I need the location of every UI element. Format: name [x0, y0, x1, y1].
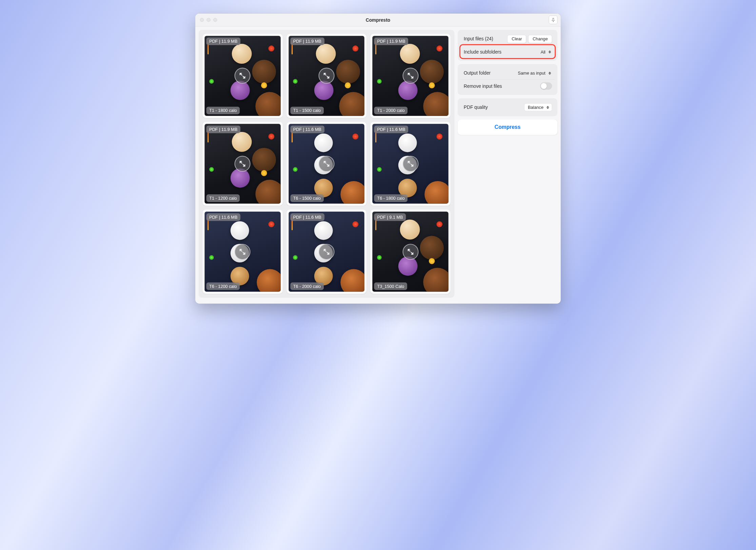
expand-icon [239, 160, 246, 168]
file-tile[interactable]: PDF | 11.6 MB T6 - 2000 calo [286, 210, 366, 294]
file-type-size-badge: PDF | 9.1 MB [374, 213, 406, 221]
stepper-icon [545, 105, 550, 110]
clear-button[interactable]: Clear [508, 35, 526, 43]
file-type-size-badge: PDF | 11.6 MB [206, 213, 240, 221]
content: PDF | 11.9 MB T1 - 1800 calo PDF | 11.9 … [195, 26, 561, 303]
compress-button[interactable]: Compress [458, 120, 557, 135]
remove-input-row: Remove input files [460, 79, 555, 92]
pdf-quality-label: PDF quality [464, 105, 488, 110]
expand-icon [323, 248, 330, 256]
titlebar: Compresto [195, 14, 561, 26]
output-panel: Output folder Same as input Remove input… [458, 64, 557, 95]
expand-button[interactable] [402, 244, 418, 260]
file-type-size-badge: PDF | 11.6 MB [290, 213, 324, 221]
stepper-icon [548, 71, 552, 76]
file-type-size-badge: PDF | 11.9 MB [206, 125, 240, 133]
file-name-badge: T1 - 1200 calo [206, 195, 240, 202]
remove-input-toggle[interactable] [540, 82, 552, 90]
output-folder-select[interactable]: Same as input [515, 70, 552, 77]
file-tile[interactable]: PDF | 11.9 MB T1 - 1800 calo [203, 34, 283, 118]
change-button[interactable]: Change [528, 35, 552, 43]
remove-input-label: Remove input files [464, 83, 502, 89]
file-tile[interactable]: PDF | 11.9 MB T1 - 1200 calo [203, 122, 283, 206]
output-folder-row: Output folder Same as input [460, 67, 555, 79]
sidebar: Input files (24) Clear Change Include su… [458, 30, 557, 298]
pdf-quality-value: Balance [528, 105, 543, 110]
file-tile[interactable]: PDF | 11.6 MB T6 - 1800 calo [371, 122, 451, 206]
input-files-row: Input files (24) Clear Change [460, 33, 555, 45]
expand-button[interactable] [402, 68, 418, 84]
pdf-quality-row: PDF quality Balance [460, 101, 555, 114]
file-name-badge: T6 - 2000 calo [290, 282, 324, 290]
expand-icon [407, 248, 414, 256]
include-subfolders-label: Include subfolders [464, 49, 501, 55]
file-name-badge: T6 - 1200 calo [206, 282, 240, 290]
expand-icon [239, 72, 246, 80]
expand-button[interactable] [402, 156, 418, 172]
file-gallery: PDF | 11.9 MB T1 - 1800 calo PDF | 11.9 … [199, 30, 455, 298]
input-files-panel: Input files (24) Clear Change Include su… [458, 30, 557, 61]
expand-icon [407, 72, 414, 80]
expand-button[interactable] [319, 156, 335, 172]
file-tile[interactable]: PDF | 11.9 MB T1 - 2000 calo [371, 34, 451, 118]
expand-icon [323, 72, 330, 80]
expand-icon [407, 160, 414, 168]
expand-button[interactable] [319, 68, 335, 84]
file-type-size-badge: PDF | 11.9 MB [290, 38, 324, 45]
expand-button[interactable] [319, 244, 335, 260]
file-type-size-badge: PDF | 11.9 MB [374, 38, 409, 45]
expand-icon [323, 160, 330, 168]
pdf-quality-select[interactable]: Balance [524, 103, 552, 112]
input-files-label: Input files (24) [464, 36, 493, 42]
file-type-size-badge: PDF | 11.6 MB [374, 125, 409, 133]
stepper-icon [548, 49, 552, 55]
pdf-quality-panel: PDF quality Balance [458, 98, 557, 116]
pin-window-button[interactable] [549, 16, 557, 24]
file-name-badge: T6 - 1800 calo [374, 195, 408, 202]
expand-button[interactable] [235, 156, 251, 172]
compress-panel: Compress [458, 120, 557, 135]
file-tile[interactable]: PDF | 11.6 MB T6 - 1500 calo [286, 122, 366, 206]
file-name-badge: T6 - 1500 calo [290, 195, 324, 202]
include-subfolders-value: All [541, 49, 545, 54]
pin-icon [551, 18, 555, 22]
include-subfolders-select[interactable]: All [537, 48, 552, 56]
expand-button[interactable] [235, 68, 251, 84]
file-tile[interactable]: PDF | 11.9 MB T1 - 1500 calo [286, 34, 366, 118]
output-folder-label: Output folder [464, 71, 491, 76]
file-type-size-badge: PDF | 11.6 MB [290, 125, 324, 133]
output-folder-value: Same as input [518, 71, 545, 76]
app-window: Compresto PDF | 11.9 MB T1 - 1800 calo P… [195, 14, 561, 304]
window-title: Compresto [195, 17, 561, 23]
file-name-badge: T3_1500 Calo [374, 282, 407, 290]
file-name-badge: T1 - 1500 calo [290, 106, 324, 114]
include-subfolders-row: Include subfolders All [460, 45, 555, 58]
file-type-size-badge: PDF | 11.9 MB [206, 38, 240, 45]
expand-icon [239, 248, 246, 256]
expand-button[interactable] [235, 244, 251, 260]
file-tile[interactable]: PDF | 11.6 MB T6 - 1200 calo [203, 210, 283, 294]
file-name-badge: T1 - 2000 calo [374, 106, 408, 114]
file-name-badge: T1 - 1800 calo [206, 106, 240, 114]
file-tile[interactable]: PDF | 9.1 MB T3_1500 Calo [371, 210, 451, 294]
